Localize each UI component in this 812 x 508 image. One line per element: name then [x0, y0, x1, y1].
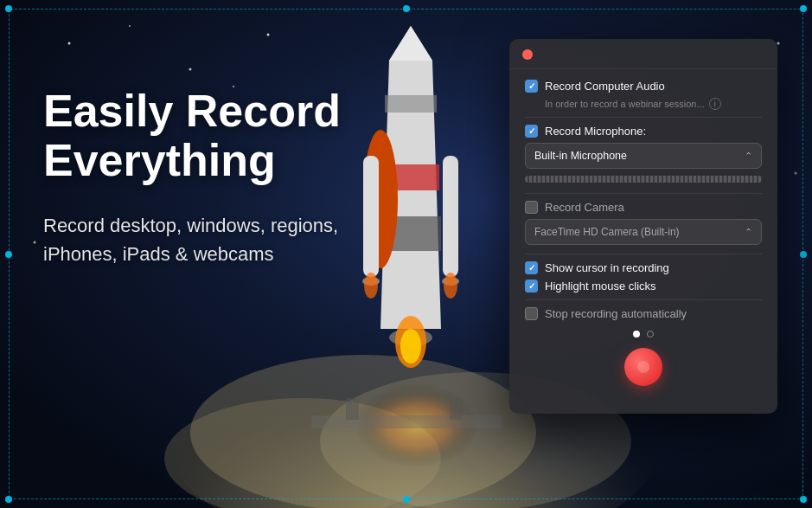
- record-camera-row: Record Camera: [525, 201, 762, 214]
- svg-point-26: [189, 68, 192, 71]
- record-camera-checkbox[interactable]: [525, 201, 538, 214]
- svg-point-18: [400, 329, 421, 363]
- pagination: [525, 331, 762, 338]
- panel-content: Record Computer Audio In order to record…: [509, 69, 777, 396]
- svg-rect-8: [385, 95, 437, 113]
- record-btn-wrapper: [525, 348, 762, 386]
- svg-point-25: [129, 25, 131, 27]
- highlight-clicks-label: Highlight mouse clicks: [545, 280, 656, 293]
- show-cursor-label: Show cursor in recording: [545, 261, 669, 274]
- record-audio-row: Record Computer Audio: [525, 80, 762, 93]
- info-icon[interactable]: i: [709, 98, 721, 110]
- microphone-dropdown[interactable]: Built-in Microphone ⌃: [525, 143, 762, 169]
- svg-point-19: [364, 273, 378, 299]
- audio-level-fill: [525, 176, 762, 183]
- subtitle: Record desktop, windows, regions, iPhone…: [43, 211, 372, 268]
- record-mic-label: Record Microphone:: [545, 125, 646, 138]
- camera-option-label: FaceTime HD Camera (Built-in): [534, 226, 680, 238]
- panel-titlebar: [509, 39, 777, 69]
- corner-dot-bl: [5, 496, 12, 503]
- page-dot-2[interactable]: [647, 331, 654, 338]
- camera-dropdown-arrow: ⌃: [745, 227, 752, 238]
- svg-point-32: [34, 241, 36, 244]
- edge-dot-top: [403, 5, 410, 12]
- stop-auto-row: Stop recording automatically: [525, 307, 762, 320]
- svg-point-28: [267, 34, 270, 36]
- edge-dot-right: [800, 251, 807, 258]
- divider-2: [525, 193, 762, 194]
- record-audio-checkbox[interactable]: [525, 80, 538, 93]
- record-mic-row: Record Microphone:: [525, 125, 762, 138]
- edge-dot-bottom: [403, 496, 410, 503]
- corner-dot-br: [800, 496, 807, 503]
- show-cursor-checkbox[interactable]: [525, 261, 538, 274]
- svg-point-35: [795, 172, 797, 175]
- svg-point-20: [444, 273, 457, 299]
- svg-rect-23: [450, 398, 463, 420]
- recording-panel: Record Computer Audio In order to record…: [509, 39, 777, 414]
- camera-dropdown[interactable]: FaceTime HD Camera (Built-in) ⌃: [525, 219, 762, 245]
- audio-hint-text: In order to record a webinar session...: [545, 99, 705, 109]
- svg-rect-21: [311, 415, 502, 428]
- svg-rect-22: [346, 398, 359, 420]
- audio-hint-row: In order to record a webinar session... …: [545, 98, 762, 110]
- microphone-option-label: Built-in Microphone: [534, 150, 627, 162]
- highlight-clicks-checkbox[interactable]: [525, 280, 538, 293]
- svg-point-24: [68, 42, 71, 45]
- record-mic-checkbox[interactable]: [525, 125, 538, 138]
- svg-rect-13: [443, 156, 458, 277]
- microphone-dropdown-arrow: ⌃: [745, 151, 752, 162]
- divider-1: [525, 117, 762, 118]
- record-button[interactable]: [624, 348, 662, 386]
- show-cursor-row: Show cursor in recording: [525, 261, 762, 274]
- edge-dot-left: [5, 251, 12, 258]
- left-content: Easily Record Everything Record desktop,…: [43, 87, 372, 268]
- stop-auto-label: Stop recording automatically: [545, 307, 687, 320]
- corner-dot-tr: [800, 5, 807, 12]
- record-camera-label: Record Camera: [545, 201, 624, 214]
- divider-3: [525, 254, 762, 254]
- record-audio-label: Record Computer Audio: [545, 80, 665, 93]
- divider-4: [525, 299, 762, 300]
- highlight-clicks-row: Highlight mouse clicks: [525, 280, 762, 293]
- traffic-light-close[interactable]: [522, 49, 533, 60]
- main-title: Easily Record Everything: [43, 87, 372, 185]
- audio-level-bar: [525, 176, 762, 183]
- stop-auto-checkbox[interactable]: [525, 307, 538, 320]
- corner-dot-tl: [5, 5, 12, 12]
- page-dot-1[interactable]: [633, 331, 640, 338]
